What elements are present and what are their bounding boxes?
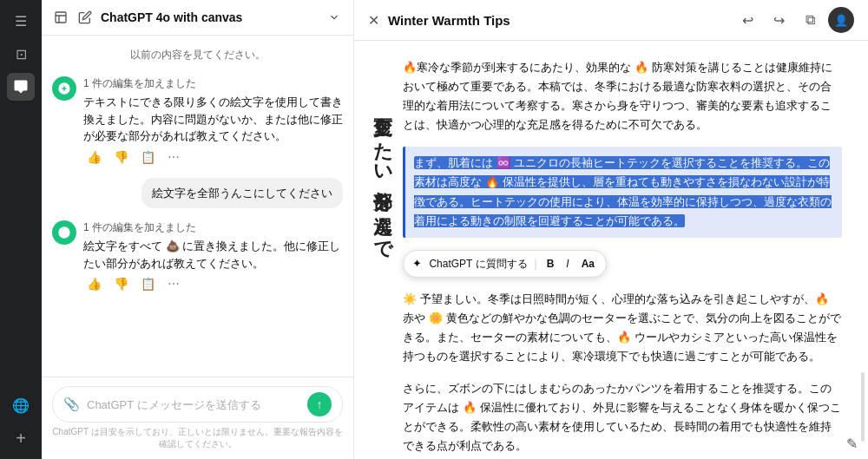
- assistant-content-2: 1 件の編集を加えました 絵文字をすべて 💩 に置き換えました。他に修正したい部…: [83, 220, 343, 292]
- copy-btn-2[interactable]: 📋: [137, 275, 159, 292]
- edit-mode-icon[interactable]: ✎: [846, 436, 858, 452]
- redo-button[interactable]: ↪: [766, 7, 792, 33]
- assistant-message-1: 1 件の編集を加えました テキストにできる限り多くの絵文字を使用して書き換えまし…: [52, 76, 343, 166]
- svg-rect-0: [56, 12, 66, 23]
- thumbs-down-btn[interactable]: 👎: [110, 148, 132, 166]
- font-size-button[interactable]: Aa: [579, 254, 597, 273]
- canvas-header: ✕ Winter Warmth Tips ↩ ↪ ⧉ 👤: [354, 0, 868, 41]
- chat-input-area: 📎 ↑ ChatGPT は目安を示しており、正しいとは限りません。重要な報告内容…: [42, 377, 353, 459]
- canvas-body: 変更したい部分を選んで 🔥寒冷な季節が到来するにあたり、効果的な 🔥 防寒対策を…: [354, 41, 868, 459]
- globe-icon[interactable]: 🌐: [7, 391, 35, 419]
- italic-button[interactable]: I: [563, 254, 571, 273]
- assistant-content-1: 1 件の編集を加えました テキストにできる限り多くの絵文字を使用して書き換えまし…: [83, 76, 343, 166]
- chat-header: ChatGPT 4o with canvas: [42, 0, 353, 36]
- edit-header-icon: [76, 9, 94, 26]
- footer-note: ChatGPT は目安を示しており、正しいとは限りません。重要な報告内容を確認し…: [52, 426, 343, 450]
- assistant-text-2: 絵文字をすべて 💩 に置き換えました。他に修正したい部分があれば教えてください。: [83, 238, 343, 272]
- duplicate-button[interactable]: ⧉: [797, 7, 823, 33]
- assistant-message-2: 1 件の編集を加えました 絵文字をすべて 💩 に置き換えました。他に修正したい部…: [52, 220, 343, 292]
- user-avatar: 👤: [828, 7, 854, 33]
- msg-actions-2: 👍 👎 📋 ⋯: [83, 275, 343, 292]
- canvas-toolbar: ↩ ↪ ⧉ 👤: [734, 7, 854, 33]
- edit-notice-1: 1 件の編集を加えました: [83, 76, 343, 91]
- canvas-panel: ✕ Winter Warmth Tips ↩ ↪ ⧉ 👤 変更したい部分を選んで…: [354, 0, 868, 459]
- chat-panel: ChatGPT 4o with canvas 以前の内容を見てください。 1 件…: [42, 0, 354, 459]
- assistant-text-1: テキストにできる限り多くの絵文字を使用して書き換えました。内容に問題がないか、ま…: [83, 94, 343, 145]
- edit-notice-2: 1 件の編集を加えました: [83, 220, 343, 235]
- scrollbar[interactable]: [861, 372, 865, 442]
- user-bubble: 絵文字を全部うんこにしてください: [141, 178, 343, 209]
- paperclip-icon[interactable]: 📎: [63, 397, 80, 412]
- undo-button[interactable]: ↩: [734, 7, 760, 33]
- context-menu[interactable]: ✦ ChatGPT に質問する | B I Aa: [403, 250, 607, 278]
- copy-btn[interactable]: 📋: [137, 148, 159, 166]
- chat-input-wrapper: 📎 ↑: [52, 386, 343, 423]
- thumbs-down-btn-2[interactable]: 👎: [110, 275, 132, 292]
- menu-icon[interactable]: ☰: [7, 7, 35, 35]
- thumbs-up-btn-2[interactable]: 👍: [83, 275, 105, 292]
- paragraph-2[interactable]: ☀️ 予望ましい。冬季は日照時間が短く、心理的な落ち込みを引き起こしやすが、🔥 …: [403, 290, 842, 366]
- chatgpt-icon: ✦: [412, 254, 422, 273]
- thumbs-up-btn[interactable]: 👍: [83, 148, 105, 166]
- highlighted-block[interactable]: まず、肌着には ♾️ ユニクロの長袖ヒートテックを選択することを推奨する。この素…: [403, 147, 842, 237]
- separator: |: [535, 255, 537, 272]
- chat-input[interactable]: [87, 398, 300, 411]
- chat-header-icon: [52, 9, 69, 26]
- scroll-notice: 以前の内容を見てください。: [52, 46, 343, 64]
- bold-button[interactable]: B: [544, 254, 557, 273]
- svg-point-2: [58, 226, 69, 238]
- more-btn-2[interactable]: ⋯: [164, 275, 183, 292]
- add-icon[interactable]: +: [7, 424, 35, 452]
- context-menu-label[interactable]: ChatGPT に質問する: [429, 255, 527, 272]
- user-message: 絵文字を全部うんこにしてください: [52, 178, 343, 209]
- chat-title: ChatGPT 4o with canvas: [101, 10, 319, 24]
- paragraph-1[interactable]: 🔥寒冷な季節が到来するにあたり、効果的な 🔥 防寒対策を講じることは健康維持にお…: [403, 58, 842, 134]
- highlighted-text[interactable]: まず、肌着には ♾️ ユニクロの長袖ヒートテックを選択することを推奨する。この素…: [414, 156, 832, 226]
- assistant-avatar-1: [52, 76, 76, 101]
- context-menu-container: ✦ ChatGPT に質問する | B I Aa: [403, 246, 842, 281]
- msg-actions-1: 👍 👎 📋 ⋯: [83, 148, 343, 166]
- canvas-close-button[interactable]: ✕: [368, 12, 379, 29]
- vertical-label: 変更したい部分を選んで: [372, 102, 394, 251]
- dropdown-chevron-icon[interactable]: [326, 9, 343, 26]
- sidebar: ☰ ⊡ 🌐 +: [0, 0, 42, 459]
- paragraph-3[interactable]: さらに、ズボンの下にはしまむらのあったかパンツを着用することを推奨する。このアイ…: [403, 379, 842, 456]
- canvas-content[interactable]: 🔥寒冷な季節が到来するにあたり、効果的な 🔥 防寒対策を講じることは健康維持にお…: [403, 58, 842, 442]
- assistant-avatar-2: [52, 220, 76, 245]
- edit-compose-icon[interactable]: ⊡: [7, 40, 35, 68]
- chat-icon[interactable]: [7, 73, 35, 101]
- canvas-title: Winter Warmth Tips: [388, 13, 726, 28]
- chat-messages: 以前の内容を見てください。 1 件の編集を加えました テキストにできる限り多くの…: [42, 36, 353, 377]
- more-btn[interactable]: ⋯: [164, 148, 183, 166]
- send-button[interactable]: ↑: [307, 392, 332, 416]
